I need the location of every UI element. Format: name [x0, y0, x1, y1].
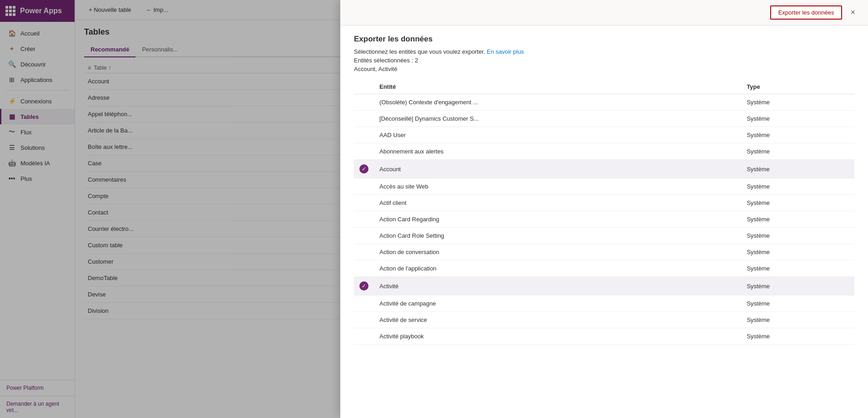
entity-row[interactable]: [Déconseillé] Dynamics Customer S...Syst… [354, 111, 854, 127]
panel-selection-info: Entités sélectionnées : 2 [354, 57, 854, 64]
entity-check-cell [354, 178, 374, 195]
panel-section-title: Exporter les données [354, 35, 854, 44]
entity-name: Activité de service [374, 312, 741, 328]
panel-selected-names: Account, Activité [354, 66, 854, 72]
entity-check-cell [354, 260, 374, 277]
entity-row[interactable]: ✓ActivitéSystème [354, 277, 854, 296]
entity-check-cell [354, 143, 374, 160]
check-circle-icon: ✓ [359, 164, 368, 173]
entity-row[interactable]: Accès au site WebSystème [354, 178, 854, 195]
entity-row[interactable]: Activité de campagneSystème [354, 296, 854, 312]
entity-row[interactable]: Actif clientSystème [354, 195, 854, 211]
learn-more-link[interactable]: En savoir plus [487, 48, 524, 55]
entity-name: Activité de campagne [374, 296, 741, 312]
export-panel: Exporter les données × Exporter les donn… [340, 0, 868, 418]
entity-name: AAD User [374, 127, 741, 143]
entity-row[interactable]: Action de l'applicationSystème [354, 260, 854, 277]
entity-name: Action de conversation [374, 244, 741, 260]
entity-name: Abonnement aux alertes [374, 143, 741, 160]
entity-name: Account [374, 160, 741, 178]
panel-body: Exporter les données Sélectionnez les en… [340, 25, 868, 418]
entity-check-cell [354, 195, 374, 211]
entity-type: Système [741, 94, 854, 111]
entity-name: Action Card Role Setting [374, 228, 741, 244]
entity-name: Action Card Regarding [374, 211, 741, 228]
entity-type: Système [741, 111, 854, 127]
col-type: Type [741, 80, 854, 94]
entity-type: Système [741, 178, 854, 195]
entity-type: Système [741, 328, 854, 345]
entity-type: Système [741, 277, 854, 296]
entity-check-cell [354, 211, 374, 228]
entity-check-cell [354, 312, 374, 328]
entity-check-cell [354, 228, 374, 244]
entity-check-cell [354, 111, 374, 127]
entity-check-cell [354, 127, 374, 143]
entity-type: Système [741, 228, 854, 244]
panel-subtitle-text: Sélectionnez les entités que vous voulez… [354, 48, 485, 55]
entity-row[interactable]: Activité playbookSystème [354, 328, 854, 345]
entities-tbody: (Obsolète) Contexte d'engagement ...Syst… [354, 94, 854, 345]
panel-header-actions: Exporter les données × [770, 5, 859, 20]
panel-header: Exporter les données × [340, 0, 868, 25]
entity-type: Système [741, 244, 854, 260]
entity-row[interactable]: AAD UserSystème [354, 127, 854, 143]
entity-name: Activité playbook [374, 328, 741, 345]
entity-check-cell: ✓ [354, 277, 374, 296]
export-button[interactable]: Exporter les données [770, 5, 843, 20]
entity-type: Système [741, 211, 854, 228]
entity-check-cell [354, 328, 374, 345]
entity-type: Système [741, 260, 854, 277]
entity-row[interactable]: Action Card Role SettingSystème [354, 228, 854, 244]
entity-type: Système [741, 160, 854, 178]
entity-type: Système [741, 312, 854, 328]
entity-name: (Obsolète) Contexte d'engagement ... [374, 94, 741, 111]
entity-name: Activité [374, 277, 741, 296]
entity-row[interactable]: Activité de serviceSystème [354, 312, 854, 328]
panel-subtitle: Sélectionnez les entités que vous voulez… [354, 48, 854, 55]
entity-name: [Déconseillé] Dynamics Customer S... [374, 111, 741, 127]
col-entity: Entité [374, 80, 741, 94]
check-circle-icon: ✓ [359, 281, 368, 291]
entity-row[interactable]: Action de conversationSystème [354, 244, 854, 260]
entity-check-cell: ✓ [354, 160, 374, 178]
entity-row[interactable]: ✓AccountSystème [354, 160, 854, 178]
entity-type: Système [741, 296, 854, 312]
entity-row[interactable]: Abonnement aux alertesSystème [354, 143, 854, 160]
entity-check-cell [354, 244, 374, 260]
close-panel-button[interactable]: × [847, 6, 859, 19]
entity-name: Actif client [374, 195, 741, 211]
col-check [354, 80, 374, 94]
entity-name: Accès au site Web [374, 178, 741, 195]
entity-row[interactable]: (Obsolète) Contexte d'engagement ...Syst… [354, 94, 854, 111]
entity-row[interactable]: Action Card RegardingSystème [354, 211, 854, 228]
entity-type: Système [741, 195, 854, 211]
entity-check-cell [354, 94, 374, 111]
entity-type: Système [741, 143, 854, 160]
entities-table: Entité Type (Obsolète) Contexte d'engage… [354, 80, 854, 345]
entity-check-cell [354, 296, 374, 312]
entity-name: Action de l'application [374, 260, 741, 277]
entity-type: Système [741, 127, 854, 143]
